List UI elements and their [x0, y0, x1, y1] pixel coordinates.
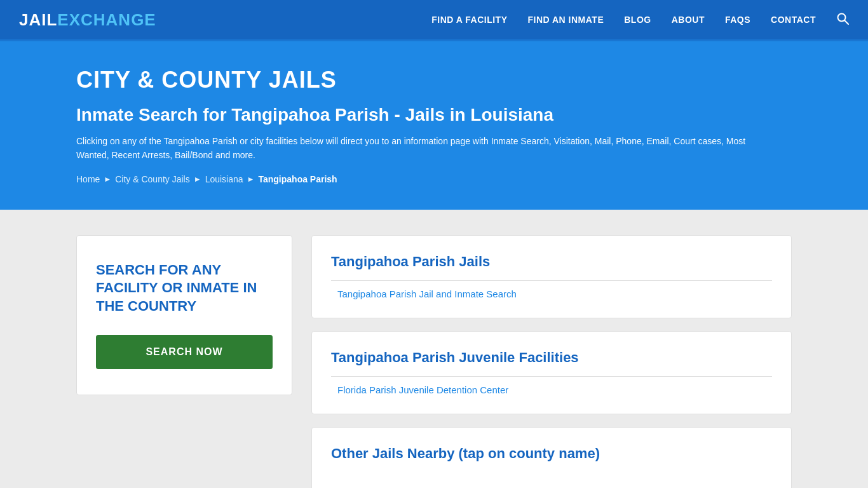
breadcrumb-sep-1: ►: [104, 175, 111, 184]
breadcrumb-louisiana[interactable]: Louisiana: [205, 174, 243, 184]
site-logo[interactable]: JAILEXCHANGE: [19, 10, 156, 30]
facility-title-juvenile[interactable]: Tangipahoa Parish Juvenile Facilities: [331, 349, 772, 366]
site-header: JAILEXCHANGE FIND A FACILITY FIND AN INM…: [0, 0, 868, 41]
svg-line-1: [844, 20, 848, 24]
logo-exchange: EXCHANGE: [57, 10, 156, 30]
hero-description: Clicking on any of the Tangipahoa Parish…: [76, 134, 775, 163]
nav-blog[interactable]: BLOG: [624, 15, 651, 25]
sidebar: SEARCH FOR ANY FACILITY OR INMATE IN THE…: [76, 235, 292, 488]
nav-about[interactable]: ABOUT: [672, 15, 705, 25]
breadcrumb-sep-2: ►: [194, 175, 201, 184]
facility-link-parish-jail[interactable]: Tangipahoa Parish Jail and Inmate Search: [331, 288, 517, 299]
facility-card-other: Other Jails Nearby (tap on county name): [311, 427, 792, 488]
search-icon-button[interactable]: [836, 12, 849, 28]
hero-category: CITY & COUNTY JAILS: [76, 67, 792, 93]
hero-title: Inmate Search for Tangipahoa Parish - Ja…: [76, 105, 792, 125]
facility-link-juvenile[interactable]: Florida Parish Juvenile Detention Center: [331, 384, 508, 395]
nav-find-facility[interactable]: FIND A FACILITY: [431, 15, 507, 25]
breadcrumb-home[interactable]: Home: [76, 174, 100, 184]
divider-1: [331, 280, 772, 281]
search-now-button[interactable]: SEARCH NOW: [96, 335, 273, 369]
facility-title-jails[interactable]: Tangipahoa Parish Jails: [331, 254, 772, 270]
main-content: SEARCH FOR ANY FACILITY OR INMATE IN THE…: [0, 210, 868, 488]
search-widget-text: SEARCH FOR ANY FACILITY OR INMATE IN THE…: [96, 261, 273, 316]
facility-title-other[interactable]: Other Jails Nearby (tap on county name): [331, 445, 772, 462]
breadcrumb-sep-3: ►: [247, 175, 255, 184]
hero-section: CITY & COUNTY JAILS Inmate Search for Ta…: [0, 41, 868, 210]
breadcrumb-city-county[interactable]: City & County Jails: [115, 174, 189, 184]
breadcrumb-tangipahoa: Tangipahoa Parish: [258, 174, 337, 184]
search-icon: [836, 12, 849, 25]
nav-contact[interactable]: CONTACT: [771, 15, 816, 25]
facility-card-jails: Tangipahoa Parish Jails Tangipahoa Paris…: [311, 235, 792, 318]
right-content: Tangipahoa Parish Jails Tangipahoa Paris…: [311, 235, 792, 488]
search-widget: SEARCH FOR ANY FACILITY OR INMATE IN THE…: [76, 235, 292, 395]
nav-find-inmate[interactable]: FIND AN INMATE: [527, 15, 604, 25]
nav-faqs[interactable]: FAQs: [725, 15, 750, 25]
facility-card-juvenile: Tangipahoa Parish Juvenile Facilities Fl…: [311, 331, 792, 414]
main-nav: FIND A FACILITY FIND AN INMATE BLOG ABOU…: [431, 12, 849, 28]
breadcrumb: Home ► City & County Jails ► Louisiana ►…: [76, 174, 792, 184]
logo-jail: JAIL: [19, 10, 57, 30]
divider-2: [331, 376, 772, 377]
